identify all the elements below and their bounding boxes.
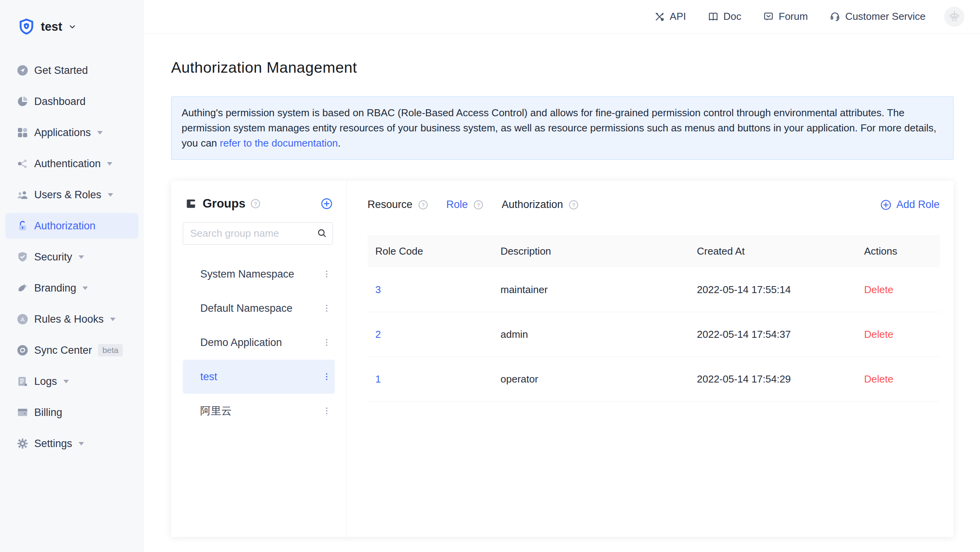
sidebar-item-rules-hooks[interactable]: A Rules & Hooks bbox=[0, 304, 144, 335]
robot-icon bbox=[948, 10, 961, 23]
kebab-menu-icon[interactable] bbox=[325, 336, 329, 349]
kebab-menu-icon[interactable] bbox=[325, 370, 329, 383]
role-panel: Resource ? Role ? Authorization ? Add Ro… bbox=[347, 181, 954, 537]
sidebar-item-label: Applications bbox=[34, 127, 91, 139]
column-header-role-code: Role Code bbox=[368, 245, 493, 257]
sidebar-item-authentication[interactable]: Authentication bbox=[0, 148, 144, 179]
sidebar-item-billing[interactable]: Billing bbox=[0, 397, 144, 428]
question-circle-icon[interactable]: ? bbox=[250, 198, 261, 209]
sidebar-item-users-roles[interactable]: Users & Roles bbox=[0, 179, 144, 210]
sidebar-item-sync-center[interactable]: Sync Center beta bbox=[0, 335, 144, 366]
paper-plane-icon bbox=[16, 64, 29, 77]
caret-down-icon bbox=[108, 193, 113, 197]
sidebar-item-branding[interactable]: Branding bbox=[0, 273, 144, 304]
gear-icon bbox=[16, 437, 29, 450]
sidebar-item-label: Authentication bbox=[34, 158, 101, 170]
sidebar-item-label: Get Started bbox=[34, 65, 88, 77]
role-code-link[interactable]: 1 bbox=[375, 373, 381, 385]
kebab-menu-icon[interactable] bbox=[325, 405, 329, 417]
user-avatar[interactable] bbox=[944, 7, 964, 27]
role-created-at: 2022-05-14 17:54:29 bbox=[689, 373, 856, 385]
topbar-link-forum[interactable]: Forum bbox=[763, 10, 808, 23]
grid-icon bbox=[16, 126, 29, 139]
role-code-link[interactable]: 2 bbox=[375, 328, 381, 340]
kebab-menu-icon[interactable] bbox=[325, 268, 329, 280]
brand-shield-icon bbox=[18, 18, 35, 36]
delete-role-button[interactable]: Delete bbox=[864, 373, 893, 385]
chevron-down-icon bbox=[68, 23, 77, 31]
tab-label: Resource bbox=[368, 199, 413, 211]
tabs: Resource ? Role ? Authorization ? bbox=[368, 199, 579, 211]
pie-chart-icon bbox=[16, 95, 29, 108]
add-role-button[interactable]: Add Role bbox=[880, 199, 940, 211]
sidebar-item-applications[interactable]: Applications bbox=[0, 117, 144, 148]
topbar-link-label: Doc bbox=[723, 10, 741, 23]
caret-down-icon bbox=[107, 162, 112, 166]
column-header-created-at: Created At bbox=[689, 245, 856, 257]
page-title: Authorization Management bbox=[171, 59, 357, 76]
question-circle-icon[interactable]: ? bbox=[473, 199, 484, 210]
shield-check-icon bbox=[16, 251, 29, 263]
role-code-link[interactable]: 3 bbox=[375, 284, 381, 295]
groups-panel: Groups ? System Namespace Default Namesp… bbox=[171, 181, 347, 537]
group-item-label: Default Namespace bbox=[200, 302, 325, 314]
sidebar-item-label: Sync Center bbox=[34, 344, 92, 356]
table-header-row: Role Code Description Created At Actions bbox=[368, 235, 940, 267]
sidebar-item-dashboard[interactable]: Dashboard bbox=[0, 86, 144, 117]
sync-icon bbox=[16, 344, 29, 356]
role-created-at: 2022-05-14 17:54:37 bbox=[689, 328, 856, 341]
tab-resource[interactable]: Resource ? bbox=[368, 199, 429, 211]
svg-text:?: ? bbox=[477, 202, 480, 208]
svg-text:?: ? bbox=[422, 202, 424, 208]
delete-role-button[interactable]: Delete bbox=[864, 328, 893, 340]
topbar: API Doc Forum Customer Service bbox=[144, 0, 980, 33]
topbar-link-api[interactable]: API bbox=[654, 10, 686, 23]
sidebar: test Get Started Dashboard Applications bbox=[0, 0, 144, 552]
tab-label: Authorization bbox=[502, 199, 563, 211]
topbar-link-label: API bbox=[670, 10, 686, 23]
documentation-link[interactable]: refer to the documentation bbox=[220, 137, 338, 149]
lock-icon bbox=[16, 220, 29, 232]
group-item-test[interactable]: test bbox=[183, 360, 335, 394]
a-circle-icon: A bbox=[16, 313, 29, 325]
table-row: 3 maintainer 2022-05-14 17:55:14 Delete bbox=[368, 267, 940, 312]
groups-icon bbox=[185, 197, 197, 210]
caret-down-icon bbox=[110, 318, 116, 321]
caret-down-icon bbox=[79, 255, 84, 259]
tab-role[interactable]: Role ? bbox=[446, 199, 484, 211]
topbar-link-doc[interactable]: Doc bbox=[708, 10, 741, 23]
question-circle-icon[interactable]: ? bbox=[418, 199, 429, 210]
search-icon[interactable] bbox=[317, 228, 327, 239]
sidebar-menu: Get Started Dashboard Applications Authe… bbox=[0, 55, 144, 459]
tab-authorization[interactable]: Authorization ? bbox=[502, 199, 579, 211]
sidebar-item-logs[interactable]: Logs bbox=[0, 366, 144, 397]
sidebar-item-label: Dashboard bbox=[34, 96, 86, 108]
group-item-aliyun[interactable]: 阿里云 bbox=[183, 394, 335, 428]
caret-down-icon bbox=[97, 131, 103, 135]
tools-icon bbox=[654, 11, 665, 22]
topbar-link-customer-service[interactable]: Customer Service bbox=[830, 10, 926, 23]
group-item-system-namespace[interactable]: System Namespace bbox=[183, 257, 335, 291]
logs-icon bbox=[16, 375, 29, 388]
delete-role-button[interactable]: Delete bbox=[864, 284, 893, 295]
group-item-default-namespace[interactable]: Default Namespace bbox=[183, 291, 335, 325]
svg-text:A: A bbox=[21, 316, 25, 323]
workspace-switcher[interactable]: test bbox=[18, 18, 77, 36]
tab-label: Role bbox=[446, 199, 468, 211]
group-item-demo-application[interactable]: Demo Application bbox=[183, 325, 335, 360]
sidebar-item-authorization[interactable]: Authorization bbox=[5, 213, 138, 239]
topbar-link-label: Customer Service bbox=[845, 10, 926, 23]
sidebar-item-settings[interactable]: Settings bbox=[0, 428, 144, 459]
sidebar-item-label: Authorization bbox=[34, 220, 96, 232]
table-row: 1 operator 2022-05-14 17:54:29 Delete bbox=[368, 357, 940, 402]
role-table: Role Code Description Created At Actions… bbox=[368, 235, 940, 402]
sidebar-item-label: Security bbox=[34, 251, 72, 263]
question-circle-icon[interactable]: ? bbox=[568, 199, 579, 210]
kebab-menu-icon[interactable] bbox=[325, 302, 329, 314]
headset-icon bbox=[830, 11, 840, 22]
sidebar-item-security[interactable]: Security bbox=[0, 241, 144, 273]
group-search-input[interactable] bbox=[183, 222, 333, 245]
sidebar-item-get-started[interactable]: Get Started bbox=[0, 55, 144, 86]
add-group-icon[interactable] bbox=[320, 197, 333, 210]
column-header-description: Description bbox=[493, 245, 689, 257]
